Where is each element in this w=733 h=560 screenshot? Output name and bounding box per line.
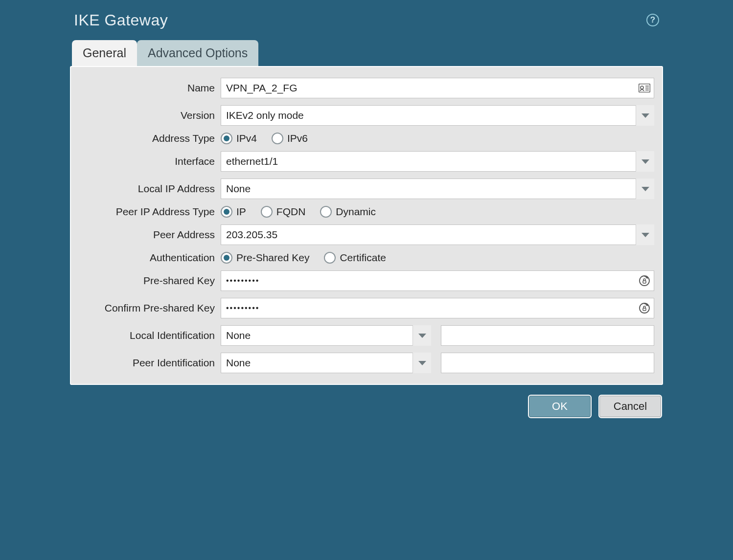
svg-rect-7	[643, 281, 646, 283]
label-version: Version	[79, 110, 215, 121]
local-identification-type-select[interactable]	[221, 325, 431, 346]
chevron-down-icon[interactable]	[636, 151, 654, 172]
dialog-title: IKE Gateway	[74, 11, 168, 29]
tab-general[interactable]: General	[72, 40, 137, 66]
cancel-button[interactable]: Cancel	[598, 395, 662, 418]
svg-rect-10	[643, 308, 646, 311]
local-identification-value-input[interactable]	[441, 325, 654, 346]
peer-identification-value-input[interactable]	[441, 353, 654, 373]
lock-refresh-icon[interactable]	[639, 275, 650, 287]
label-peer-identification: Peer Identification	[79, 357, 215, 369]
radio-ipv6[interactable]: IPv6	[272, 133, 308, 144]
radio-peer-dynamic-label: Dynamic	[336, 206, 376, 218]
radio-ipv4[interactable]: IPv4	[221, 133, 257, 144]
label-authentication: Authentication	[79, 252, 215, 264]
authentication-radio-group: Pre-Shared Key Certificate	[221, 252, 386, 264]
label-name: Name	[79, 82, 215, 94]
peer-address-input[interactable]	[221, 224, 654, 245]
ok-button[interactable]: OK	[528, 395, 592, 418]
radio-certificate-label: Certificate	[340, 252, 386, 264]
label-local-identification: Local Identification	[79, 330, 215, 341]
chevron-down-icon[interactable]	[636, 179, 654, 199]
general-panel: Name Version Address Typ	[70, 66, 663, 385]
help-icon[interactable]: ?	[646, 14, 659, 26]
radio-peer-ip-label: IP	[236, 206, 246, 218]
radio-peer-ip[interactable]: IP	[221, 206, 246, 218]
svg-point-1	[641, 86, 643, 89]
chevron-down-icon[interactable]	[412, 325, 431, 346]
peer-ip-type-radio-group: IP FQDN Dynamic	[221, 206, 376, 218]
ike-gateway-dialog: IKE Gateway ? General Advanced Options N…	[63, 0, 670, 418]
label-address-type: Address Type	[79, 133, 215, 144]
radio-psk-label: Pre-Shared Key	[236, 252, 309, 264]
id-card-icon	[639, 84, 650, 92]
radio-ipv4-label: IPv4	[236, 133, 257, 144]
dialog-header: IKE Gateway ?	[63, 0, 670, 40]
radio-peer-fqdn[interactable]: FQDN	[261, 206, 306, 218]
confirm-psk-input[interactable]	[221, 298, 654, 318]
interface-select[interactable]	[221, 151, 654, 172]
label-interface: Interface	[79, 156, 215, 167]
radio-psk[interactable]: Pre-Shared Key	[221, 252, 309, 264]
label-peer-address: Peer Address	[79, 229, 215, 241]
label-peer-ip-type: Peer IP Address Type	[79, 206, 215, 218]
radio-peer-fqdn-label: FQDN	[276, 206, 306, 218]
local-ip-select[interactable]	[221, 179, 654, 199]
psk-input[interactable]	[221, 270, 654, 291]
label-psk: Pre-shared Key	[79, 275, 215, 287]
tab-bar: General Advanced Options	[63, 40, 670, 66]
tab-advanced-options[interactable]: Advanced Options	[137, 40, 258, 66]
chevron-down-icon[interactable]	[636, 224, 654, 245]
version-select[interactable]	[221, 105, 654, 126]
dialog-footer: OK Cancel	[63, 385, 670, 418]
chevron-down-icon[interactable]	[636, 105, 654, 126]
radio-certificate[interactable]: Certificate	[324, 252, 386, 264]
address-type-radio-group: IPv4 IPv6	[221, 133, 308, 144]
name-input[interactable]	[221, 78, 654, 98]
chevron-down-icon[interactable]	[412, 353, 431, 373]
label-local-ip: Local IP Address	[79, 183, 215, 195]
radio-ipv6-label: IPv6	[287, 133, 308, 144]
peer-identification-type-select[interactable]	[221, 353, 431, 373]
label-confirm-psk: Confirm Pre-shared Key	[79, 302, 215, 314]
lock-refresh-icon[interactable]	[639, 302, 650, 314]
radio-peer-dynamic[interactable]: Dynamic	[320, 206, 376, 218]
